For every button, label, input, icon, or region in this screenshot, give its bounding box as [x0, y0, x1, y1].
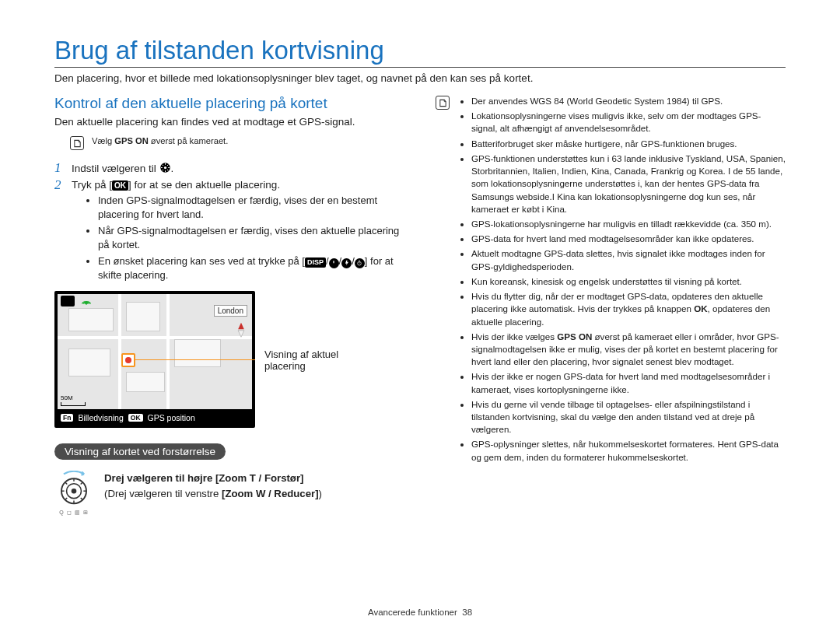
rnote-4: GPS-lokationsoplysningerne har muligvis … [471, 218, 786, 230]
map-bottom-bar: Fn Billedvisning OK GPS position [58, 411, 252, 425]
dial-line1-prefix: Drej vælgeren til højre [104, 472, 215, 484]
footer-page: 38 [462, 608, 472, 617]
note-icon [70, 136, 84, 150]
title-rule [54, 67, 786, 68]
rnote-8-bold: OK [694, 303, 707, 313]
section-intro: Den aktuelle placering kan findes ved at… [54, 116, 403, 128]
zoom-instructions: Q ◻ ▥ ⊞ Drej vælgeren til højre [Zoom T … [54, 471, 403, 516]
note-text: Vælg GPS ON øverst på kameraet. [92, 135, 228, 147]
step-1-text: Indstil vælgeren til [72, 163, 159, 174]
rnote-2: Batteriforbruget sker måske hurtigere, n… [471, 138, 786, 150]
map-scale: 50M [61, 394, 86, 406]
zoom-heading: Visning af kortet ved forstørrelse [54, 443, 226, 460]
dial-text: Drej vælgeren til højre [Zoom T / Forstø… [104, 471, 322, 502]
mode-dial-icon [159, 162, 171, 173]
dial-line2-bold: [Zoom W / Reducer] [222, 488, 319, 499]
step-2-bullets: Inden GPS-signalmodtagelsen er færdig, v… [72, 194, 403, 282]
bullet-3-prefix: En ønsket placering kan ses ved at trykk… [98, 255, 305, 267]
rnote-9-bold: GPS ON [557, 331, 592, 342]
callout-line2: placering [264, 360, 389, 372]
current-location-marker [121, 353, 135, 367]
map-figure: London 50M Fn Billedvisning OK GPS posit… [54, 291, 403, 428]
step-1: Indstil vælgeren til . [54, 162, 403, 174]
rnote-1: Lokationsoplysningerne vises muligvis ik… [471, 110, 786, 135]
rnote-9: Hvis der ikke vælges GPS ON øverst på ka… [471, 331, 786, 369]
rnote-12: GPS-oplysninger slettes, når hukommelses… [471, 438, 786, 463]
step-2-prefix: Tryk på [ [72, 179, 112, 191]
rnote-0: Der anvendes WGS 84 (World Geodetic Syst… [471, 95, 786, 107]
dial-line1-bold: [Zoom T / Forstør] [215, 472, 304, 484]
flash-icon [341, 258, 352, 268]
note-box: Vælg GPS ON øverst på kameraet. [70, 135, 403, 149]
bottom-left-label: Billedvisning [78, 413, 123, 422]
right-note-box: Der anvendes WGS 84 (World Geodetic Syst… [436, 95, 786, 466]
map-mode-icon [61, 296, 75, 306]
callout-line1: Visning af aktuel [264, 349, 389, 360]
timer-icon [355, 258, 365, 268]
dial-line2-prefix: (Drej vælgeren til venstre [104, 488, 222, 499]
note-icon [436, 96, 450, 110]
note-prefix: Vælg [92, 136, 114, 145]
map-callout: Visning af aktuel placering [264, 349, 389, 372]
step-2: Tryk på [OK] for at se den aktuelle plac… [54, 179, 403, 282]
rnote-5: GPS-data for hvert land med modtagelseso… [471, 233, 786, 245]
rnote-7: Kun koreansk, kinesisk og engelsk unders… [471, 275, 786, 288]
right-notes: Der anvendes WGS 84 (World Geodetic Syst… [457, 95, 786, 466]
gps-status-icon [81, 296, 92, 306]
dial-line2-suffix: ) [319, 488, 322, 499]
step-2-suffix: ] for at se den aktuelle placering. [128, 179, 280, 191]
bullet-1: Inden GPS-signalmodtagelsen er færdig, v… [98, 194, 403, 221]
svg-point-3 [86, 303, 87, 305]
svg-point-6 [72, 489, 77, 494]
section-title: Kontrol af den aktuelle placering på kor… [54, 95, 403, 112]
dial-icon: Q ◻ ▥ ⊞ [54, 471, 93, 516]
footer: Avancerede funktioner 38 [0, 608, 840, 617]
dial-legend: Q ◻ ▥ ⊞ [59, 510, 88, 516]
compass-icon [235, 322, 247, 341]
rnote-8: Hvis du flytter dig, når der er modtaget… [471, 290, 786, 328]
svg-point-1 [163, 166, 166, 169]
bottom-right-label: GPS position [148, 413, 195, 422]
map-city-label: London [214, 305, 247, 317]
rnote-3: GPS-funktionen understøttes kun i 63 lan… [471, 152, 786, 215]
bullet-3: En ønsket placering kan ses ved at trykk… [98, 254, 403, 282]
page-title: Brug af tilstanden kortvisning [54, 36, 786, 67]
fn-chip: Fn [61, 414, 73, 422]
macro-icon [329, 258, 339, 268]
rnote-11: Hvis du gerne vil vende tilbage til opta… [471, 398, 786, 436]
note-bold: GPS ON [114, 136, 149, 145]
rnote-9-prefix: Hvis der ikke vælges [471, 331, 557, 342]
rnote-6: Aktuelt modtagne GPS-data slettes, hvis … [471, 247, 786, 272]
rnote-10: Hvis der ikke er nogen GPS-data for hver… [471, 370, 786, 395]
ok-chip: OK [128, 414, 143, 422]
bullet-2: Når GPS-signalmodtagelsen er færdig, vis… [98, 224, 403, 251]
note-suffix: øverst på kameraet. [149, 136, 229, 145]
ok-icon: OK [112, 180, 128, 191]
map-preview: London 50M Fn Billedvisning OK GPS posit… [54, 291, 255, 428]
page-intro: Den placering, hvor et billede med lokat… [54, 72, 786, 84]
footer-label: Avancerede funktioner [368, 608, 457, 617]
steps-list: Indstil vælgeren til . Tryk på [OK] for … [54, 162, 403, 282]
map-scale-label: 50M [61, 394, 73, 401]
disp-icon: DISP [305, 257, 326, 268]
